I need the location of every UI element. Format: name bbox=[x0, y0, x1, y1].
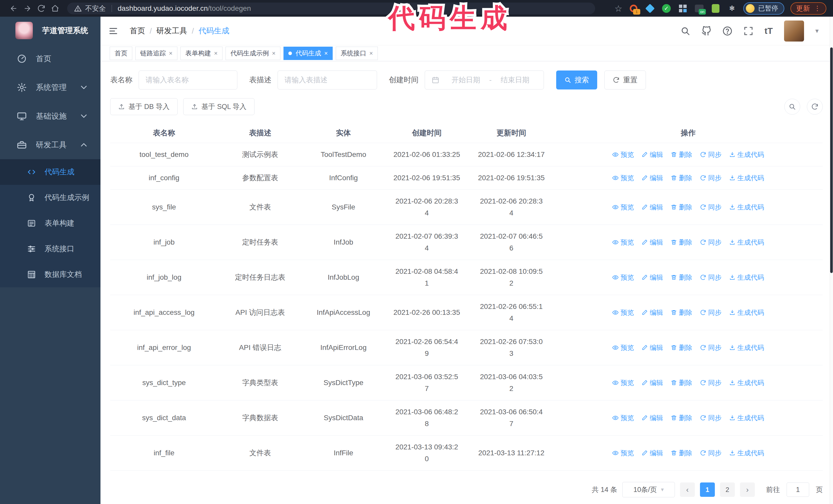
prev-page-button[interactable]: ‹ bbox=[680, 482, 695, 497]
tab-4[interactable]: 代码生成× bbox=[284, 47, 333, 60]
action-delete-link[interactable]: 删除 bbox=[671, 308, 692, 317]
close-icon[interactable]: × bbox=[272, 50, 276, 56]
sidebar-item-2[interactable]: 基础设施 bbox=[0, 102, 100, 130]
action-preview-link[interactable]: 预览 bbox=[612, 308, 634, 317]
tab-0[interactable]: 首页 bbox=[110, 47, 132, 60]
action-preview-link[interactable]: 预览 bbox=[612, 413, 634, 423]
date-range-picker[interactable]: 开始日期 - 结束日期 bbox=[425, 71, 544, 90]
toggle-search-button[interactable] bbox=[784, 99, 800, 115]
back-icon[interactable] bbox=[7, 3, 21, 14]
action-delete-link[interactable]: 删除 bbox=[671, 413, 692, 423]
import-db-button[interactable]: 基于 DB 导入 bbox=[110, 98, 177, 115]
tab-1[interactable]: 链路追踪× bbox=[135, 47, 177, 60]
scrollbar-track[interactable] bbox=[830, 17, 833, 504]
close-icon[interactable]: × bbox=[369, 50, 373, 56]
action-sync-link[interactable]: 同步 bbox=[700, 203, 721, 212]
extension-paw-icon[interactable]: ✻ bbox=[727, 3, 737, 14]
github-icon[interactable] bbox=[701, 26, 711, 36]
scrollbar-thumb[interactable] bbox=[830, 47, 833, 273]
action-sync-link[interactable]: 同步 bbox=[700, 273, 721, 282]
action-generate-link[interactable]: 生成代码 bbox=[729, 343, 764, 352]
tab-5[interactable]: 系统接口× bbox=[336, 47, 378, 60]
action-delete-link[interactable]: 删除 bbox=[671, 238, 692, 247]
tab-3[interactable]: 代码生成示例× bbox=[225, 47, 280, 60]
action-sync-link[interactable]: 同步 bbox=[700, 343, 721, 352]
reload-icon[interactable] bbox=[34, 3, 48, 14]
forward-icon[interactable] bbox=[21, 3, 34, 14]
action-generate-link[interactable]: 生成代码 bbox=[729, 203, 764, 212]
action-generate-link[interactable]: 生成代码 bbox=[729, 413, 764, 423]
search-button[interactable]: 搜索 bbox=[556, 71, 597, 90]
action-generate-link[interactable]: 生成代码 bbox=[729, 150, 764, 159]
action-edit-link[interactable]: 编辑 bbox=[642, 308, 663, 317]
fullscreen-icon[interactable] bbox=[743, 26, 753, 36]
bookmark-star-icon[interactable]: ☆ bbox=[615, 3, 622, 14]
action-generate-link[interactable]: 生成代码 bbox=[729, 238, 764, 247]
action-sync-link[interactable]: 同步 bbox=[700, 413, 721, 423]
breadcrumb-home[interactable]: 首页 bbox=[130, 26, 145, 36]
home-icon[interactable] bbox=[48, 3, 62, 14]
action-edit-link[interactable]: 编辑 bbox=[642, 173, 663, 183]
action-edit-link[interactable]: 编辑 bbox=[642, 203, 663, 212]
sidebar-subitem-2[interactable]: 表单构建 bbox=[0, 211, 100, 236]
page-button-2[interactable]: 2 bbox=[720, 482, 735, 497]
help-icon[interactable] bbox=[722, 26, 732, 36]
chevron-down-icon[interactable]: ▾ bbox=[815, 27, 819, 35]
action-preview-link[interactable]: 预览 bbox=[612, 378, 634, 387]
sidebar-item-0[interactable]: 首页 bbox=[0, 44, 100, 73]
breadcrumb-devtools[interactable]: 研发工具 bbox=[156, 26, 187, 36]
update-button[interactable]: 更新 ⋮ bbox=[790, 2, 826, 15]
action-edit-link[interactable]: 编辑 bbox=[642, 238, 663, 247]
action-edit-link[interactable]: 编辑 bbox=[642, 449, 663, 458]
extension-green-icon[interactable] bbox=[711, 3, 721, 14]
page-button-1[interactable]: 1 bbox=[700, 482, 715, 497]
action-edit-link[interactable]: 编辑 bbox=[642, 343, 663, 352]
action-preview-link[interactable]: 预览 bbox=[612, 238, 634, 247]
action-generate-link[interactable]: 生成代码 bbox=[729, 273, 764, 282]
action-sync-link[interactable]: 同步 bbox=[700, 238, 721, 247]
action-edit-link[interactable]: 编辑 bbox=[642, 273, 663, 282]
next-page-button[interactable]: › bbox=[740, 482, 755, 497]
action-sync-link[interactable]: 同步 bbox=[700, 449, 721, 458]
action-preview-link[interactable]: 预览 bbox=[612, 343, 634, 352]
action-sync-link[interactable]: 同步 bbox=[700, 378, 721, 387]
import-sql-button[interactable]: 基于 SQL 导入 bbox=[183, 98, 255, 115]
action-sync-link[interactable]: 同步 bbox=[700, 150, 721, 159]
action-generate-link[interactable]: 生成代码 bbox=[729, 378, 764, 387]
action-preview-link[interactable]: 预览 bbox=[612, 203, 634, 212]
action-delete-link[interactable]: 删除 bbox=[671, 203, 692, 212]
extension-ring-icon[interactable]: 1 bbox=[628, 3, 639, 14]
table-name-input[interactable] bbox=[139, 71, 237, 90]
action-delete-link[interactable]: 删除 bbox=[671, 378, 692, 387]
action-delete-link[interactable]: 删除 bbox=[671, 150, 692, 159]
sidebar-subitem-1[interactable]: 代码生成示例 bbox=[0, 185, 100, 211]
page-size-select[interactable]: 10条/页 ▾ bbox=[622, 482, 675, 497]
action-preview-link[interactable]: 预览 bbox=[612, 173, 634, 183]
goto-page-input[interactable] bbox=[787, 482, 809, 497]
sidebar-subitem-4[interactable]: 数据库文档 bbox=[0, 262, 100, 287]
close-icon[interactable]: × bbox=[324, 50, 328, 56]
action-preview-link[interactable]: 预览 bbox=[612, 150, 634, 159]
action-delete-link[interactable]: 删除 bbox=[671, 273, 692, 282]
address-bar[interactable]: 不安全 dashboard.yudao.iocoder.cn /tool/cod… bbox=[67, 3, 595, 14]
action-generate-link[interactable]: 生成代码 bbox=[729, 449, 764, 458]
action-delete-link[interactable]: 删除 bbox=[671, 173, 692, 183]
hamburger-icon[interactable] bbox=[108, 26, 118, 36]
action-preview-link[interactable]: 预览 bbox=[612, 273, 634, 282]
action-edit-link[interactable]: 编辑 bbox=[642, 378, 663, 387]
close-icon[interactable]: × bbox=[214, 50, 218, 56]
refresh-table-button[interactable] bbox=[807, 99, 823, 115]
action-generate-link[interactable]: 生成代码 bbox=[729, 308, 764, 317]
extension-dark-icon[interactable]: on bbox=[694, 3, 704, 14]
action-delete-link[interactable]: 删除 bbox=[671, 343, 692, 352]
reset-button[interactable]: 重置 bbox=[604, 71, 646, 90]
font-size-icon[interactable]: tT bbox=[765, 26, 773, 36]
action-delete-link[interactable]: 删除 bbox=[671, 449, 692, 458]
table-desc-input[interactable] bbox=[278, 71, 377, 90]
close-icon[interactable]: × bbox=[169, 50, 172, 56]
action-sync-link[interactable]: 同步 bbox=[700, 308, 721, 317]
extension-check-icon[interactable]: ✓ bbox=[661, 3, 671, 14]
extension-grid-icon[interactable] bbox=[678, 3, 688, 14]
tab-2[interactable]: 表单构建× bbox=[181, 47, 222, 60]
user-avatar[interactable] bbox=[784, 21, 804, 42]
